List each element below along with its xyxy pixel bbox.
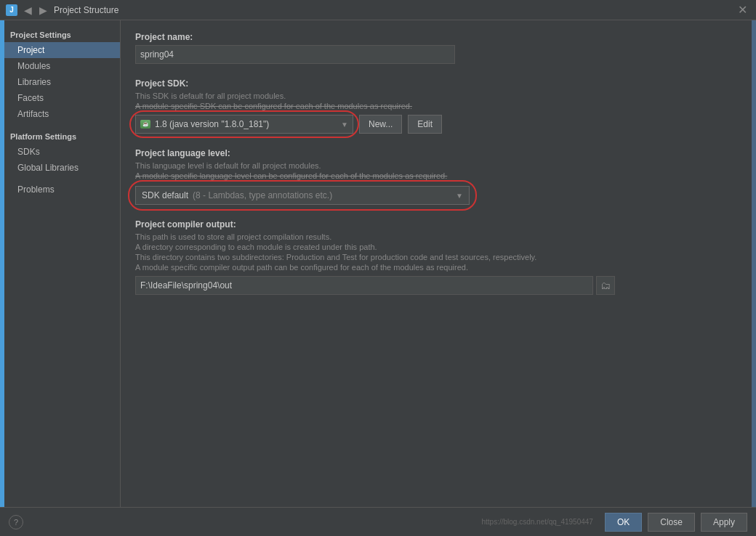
sdk-icon: ☕ [140, 120, 150, 129]
intellij-icon: J [6, 4, 17, 16]
project-sdk-label: Project SDK: [135, 78, 737, 89]
bottom-bar: ? https://blog.csdn.net/qq_41950447 OK C… [0, 507, 756, 536]
lang-desc-1: This language level is default for all p… [135, 161, 737, 170]
compiler-output-input[interactable] [135, 276, 593, 295]
help-button[interactable]: ? [9, 515, 23, 529]
sidebar-item-libraries[interactable]: Libraries [4, 74, 120, 90]
project-name-label: Project name: [135, 32, 737, 42]
sdk-row: ☕ 1.8 (java version "1.8.0_181") ▼ New..… [135, 115, 737, 134]
nav-forward-button[interactable]: ▶ [37, 4, 49, 16]
sdk-desc-2: A module specific SDK can be configured … [135, 102, 737, 110]
bottom-left: ? [9, 515, 23, 529]
compiler-desc-4: A module specific compiler output path c… [135, 263, 737, 272]
lang-desc-2: A module specific language level can be … [135, 171, 737, 180]
lang-dropdown-label: SDK default [142, 190, 188, 200]
project-sdk-section: Project SDK: This SDK is default for all… [135, 78, 737, 134]
sdk-dropdown-arrow: ▼ [341, 121, 348, 129]
project-name-input[interactable] [135, 45, 455, 64]
sdk-dropdown-wrapper: ☕ 1.8 (java version "1.8.0_181") ▼ [135, 115, 353, 134]
sdk-desc-1: This SDK is default for all project modu… [135, 92, 737, 100]
compiler-desc-3: This directory contains two subdirectori… [135, 253, 737, 261]
language-level-section: Project language level: This language le… [135, 148, 737, 205]
sdk-edit-button[interactable]: Edit [408, 115, 442, 134]
title-bar-left: J ◀ ▶ Project Structure [6, 4, 118, 16]
sidebar-item-sdks[interactable]: SDKs [4, 144, 120, 160]
title-bar: J ◀ ▶ Project Structure ✕ [0, 0, 756, 20]
main-layout: Project Settings Project Modules Librari… [0, 20, 756, 507]
compiler-desc-1: This path is used to store all project c… [135, 232, 737, 241]
sdk-dropdown[interactable]: ☕ 1.8 (java version "1.8.0_181") ▼ [135, 115, 353, 134]
platform-settings-section-title: Platform Settings [4, 128, 120, 144]
lang-dropdown-wrapper: SDK default (8 - Lambdas, type annotatio… [135, 186, 470, 205]
dialog-project-structure: J ◀ ▶ Project Structure ✕ Project Settin… [0, 0, 756, 536]
sidebar-item-problems[interactable]: Problems [4, 182, 120, 198]
sidebar-item-project[interactable]: Project [4, 42, 120, 58]
lang-dropdown[interactable]: SDK default (8 - Lambdas, type annotatio… [135, 186, 470, 205]
nav-back-button[interactable]: ◀ [22, 4, 34, 16]
right-edge-bar [752, 20, 756, 507]
folder-browse-button[interactable]: 🗂 [596, 276, 615, 295]
lang-dropdown-arrow: ▼ [456, 192, 463, 200]
dialog-title: Project Structure [54, 5, 118, 15]
apply-button[interactable]: Apply [701, 513, 747, 532]
sdk-new-button[interactable]: New... [359, 115, 402, 134]
sidebar-item-global-libraries[interactable]: Global Libraries [4, 160, 120, 176]
compiler-output-label: Project compiler output: [135, 219, 737, 230]
lang-dropdown-extra: (8 - Lambdas, type annotations etc.) [193, 190, 451, 200]
close-window-button[interactable]: ✕ [735, 3, 750, 17]
compiler-desc-2: A directory corresponding to each module… [135, 243, 737, 251]
sidebar-item-artifacts[interactable]: Artifacts [4, 106, 120, 122]
sidebar-item-facets[interactable]: Facets [4, 90, 120, 106]
project-settings-section-title: Project Settings [4, 26, 120, 42]
project-name-section: Project name: [135, 32, 737, 64]
sidebar-item-modules[interactable]: Modules [4, 58, 120, 74]
sdk-dropdown-text: 1.8 (java version "1.8.0_181") [155, 119, 337, 129]
sidebar: Project Settings Project Modules Librari… [4, 20, 121, 507]
language-level-label: Project language level: [135, 148, 737, 158]
nav-buttons: ◀ ▶ [22, 4, 49, 16]
bottom-right: https://blog.csdn.net/qq_41950447 OK Clo… [481, 513, 747, 532]
compiler-row: 🗂 [135, 276, 737, 295]
close-button[interactable]: Close [648, 513, 695, 532]
ok-button[interactable]: OK [605, 513, 642, 532]
compiler-output-section: Project compiler output: This path is us… [135, 219, 737, 295]
content-area: Project name: Project SDK: This SDK is d… [121, 20, 752, 507]
url-label: https://blog.csdn.net/qq_41950447 [481, 518, 592, 526]
